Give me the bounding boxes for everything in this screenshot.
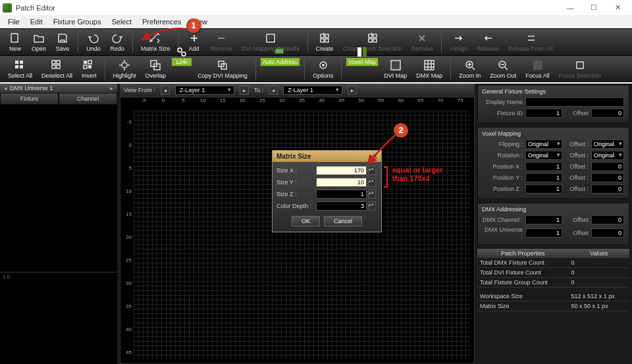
over-icon [148,59,163,72]
tool-invert[interactable]: Invert [78,57,101,81]
dmx-universe-header[interactable]: ◂DMX Universe 1▸ [0,84,117,93]
tool-dvi-mapping-defaults[interactable]: DVI Mapping Defaults [238,30,303,54]
dvi-icon [263,32,278,45]
svg-rect-9 [57,65,60,68]
position-y-input[interactable]: 1 [525,173,562,182]
tab-fixture[interactable]: Fixture [0,93,59,105]
dmx-channel-input[interactable]: 1 [525,215,562,224]
view-from-prev[interactable]: ◂ [161,86,170,95]
position-z-offset[interactable]: 0 [591,184,624,194]
tool-remove[interactable]: Remove [207,30,237,54]
tool-release[interactable]: Release [473,30,502,54]
rotation-select[interactable]: Original [525,151,562,160]
view-to-next[interactable]: ▸ [348,86,357,95]
color-depth-input[interactable] [316,201,367,211]
menu-preferences[interactable]: Preferences [138,18,185,26]
size-y-input[interactable] [316,178,367,187]
tool-focus-all[interactable]: Focus All [521,57,554,81]
undo-icon [86,32,101,45]
menu-select[interactable]: Select [107,18,136,26]
tool-undo[interactable]: Undo [82,30,105,54]
position-z-input[interactable]: 1 [525,184,562,194]
tool-focus-selection[interactable]: Focus Selection [555,57,605,81]
tool-overlap[interactable]: Overlap [142,57,171,81]
tool-deselect-all[interactable]: Deselect All [38,57,76,81]
tool-voxel-map[interactable]: Voxel Map [346,57,379,66]
size-y-spinner[interactable]: ▴▾ [368,178,376,187]
remove2-icon [415,32,429,45]
workspace: ◂DMX Universe 1▸ Fixture Channel 1 0 Vie… [0,84,632,364]
svg-point-14 [122,63,127,68]
tool-label: Highlight [113,72,136,79]
tab-channel[interactable]: Channel [59,93,117,105]
tool-create[interactable]: Create [312,30,338,54]
dmx-universe-input[interactable]: 1 [525,228,562,238]
tool-copy-dvi-mapping[interactable]: Copy DVI Mapping [194,57,251,81]
svg-rect-26 [363,47,367,57]
rotation-offset-select[interactable]: Original [591,151,624,160]
tool-remove[interactable]: Remove [408,30,438,54]
tool-label: Invert [82,72,97,79]
toolbar-row-1: NewOpenSaveUndoRedoMatrix SizeAddRemoveD… [0,28,632,55]
tool-open[interactable]: Open [28,30,50,54]
view-from-next[interactable]: ▸ [240,86,249,95]
tool-zoom-out[interactable]: Zoom Out [486,57,520,81]
tool-create-from-selection[interactable]: Create From Selection [339,30,406,54]
fixture-list[interactable] [0,105,117,272]
tool-assign[interactable]: Assign [446,30,471,54]
color-depth-spinner[interactable]: ▴▾ [368,201,376,211]
size-z-input[interactable] [316,190,367,199]
svg-point-24 [322,64,325,66]
redo-icon [110,32,124,45]
tool-zoom-in[interactable]: Zoom In [455,57,485,81]
flipping-offset-select[interactable]: Original [591,140,624,149]
tool-label: Zoom In [459,72,481,79]
view-to-combo[interactable]: Z-Layer 1 [283,86,342,95]
tool-redo[interactable]: Redo [106,30,128,54]
link-icon [174,46,189,58]
dialog-ok-button[interactable]: OK [292,216,320,226]
dialog-cancel-button[interactable]: Cancel [324,216,362,226]
fixture-offset-input[interactable]: 0 [591,109,624,118]
menu-edit[interactable]: Edit [26,18,47,26]
display-name-input[interactable] [525,97,624,107]
dmx-universe-offset[interactable]: 0 [591,228,624,238]
view-from-combo[interactable]: Z-Layer 1 [175,86,234,95]
new-icon [8,32,22,45]
size-z-spinner[interactable]: ▴▾ [368,190,376,199]
right-panel: General Fixture Settings Display Name Fi… [477,84,632,364]
tool-matrix-size[interactable]: Matrix Size [137,30,174,54]
position-y-offset[interactable]: 0 [591,173,624,182]
menu-view[interactable]: View [188,18,211,26]
fixture-id-input[interactable]: 1 [525,109,562,118]
copy-icon [215,59,230,72]
menu-fixture-groups[interactable]: Fixture Groups [49,18,105,26]
close-button[interactable]: ✕ [606,1,629,14]
patch-grid[interactable]: -5051015202530354045505560657075 -505101… [120,97,475,364]
dmx-channel-offset[interactable]: 0 [591,215,624,224]
size-x-spinner[interactable]: ▴▾ [368,166,376,175]
tool-label: Undo [86,45,101,52]
tool-dmx-map[interactable]: DMX Map [412,57,446,81]
position-x-offset[interactable]: 0 [591,162,624,171]
tool-dvi-map[interactable]: DVI Map [380,57,411,81]
tool-new[interactable]: New [4,30,26,54]
maximize-button[interactable]: ☐ [582,1,606,14]
flipping-select[interactable]: Original [525,140,562,149]
tool-link[interactable]: Link [171,57,192,66]
minimize-button[interactable]: — [558,1,582,14]
tool-auto-address[interactable]: 001Auto Address [260,57,301,66]
size-x-input[interactable] [316,166,367,175]
tool-label: Save [56,45,70,52]
dialog-close-icon[interactable]: ✕ [372,153,377,160]
position-x-input[interactable]: 1 [525,162,562,171]
menu-file[interactable]: File [4,18,24,26]
tool-save[interactable]: Save [51,30,74,54]
tool-release-from-all[interactable]: Release From All [504,30,557,54]
tool-select-all[interactable]: Select All [4,57,36,81]
tool-options[interactable]: Options [309,57,337,81]
voxel-mapping-panel: Voxel Mapping Flipping :OriginalOffset :… [477,127,629,199]
fixture-offset-label: Offset [565,110,589,117]
view-to-prev[interactable]: ◂ [269,86,278,95]
tool-highlight[interactable]: Highlight [109,57,140,81]
